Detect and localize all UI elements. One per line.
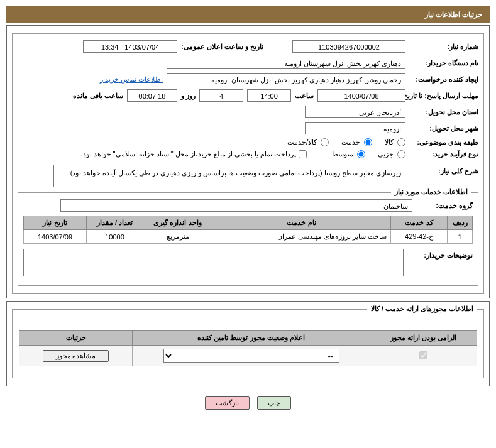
requester-label: ایجاد کننده درخواست: — [409, 75, 478, 84]
col-row: ردیف — [448, 216, 473, 230]
buyer-org-value: دهیاری کهریز بخش انزل شهرستان ارومیه — [167, 57, 405, 69]
requester-value: رحمان روشن کهریز دهیار دهیاری کهریز بخش … — [167, 73, 405, 85]
deadline-date-value: 1403/07/08 — [317, 89, 405, 102]
category-label: طبقه بندی موضوعی: — [409, 138, 478, 146]
radio-minor-label: جزیی — [378, 150, 394, 158]
lic-col-status: اعلام وضعیت مجوز توسط تامین کننده — [133, 331, 370, 346]
license-mandatory-checkbox — [419, 351, 427, 359]
buy-type-minor-radio[interactable]: جزیی — [378, 150, 405, 158]
license-row: -- مشاهده مجوز — [19, 346, 477, 366]
buyer-note-box — [23, 249, 404, 276]
buyer-note-label: توضیحات خریدار: — [410, 249, 473, 260]
remaining-time-value: 00:07:18 — [127, 89, 177, 102]
desc-value: زیرسازی معابر سطح روستا (پرداخت تمامی صو… — [53, 165, 405, 187]
need-number-value: 1103094267000002 — [292, 40, 405, 53]
lic-col-mandatory: الزامی بودن ارائه مجوز — [370, 331, 477, 346]
radio-medium-input[interactable] — [357, 150, 365, 158]
category-goods-service-radio[interactable]: کالا/خدمت — [287, 138, 329, 146]
province-value: آذربایجان غربی — [305, 106, 405, 118]
lic-mandatory-cell — [370, 346, 477, 366]
deadline-label: مهلت ارسال پاسخ: تا تاریخ: — [409, 92, 478, 99]
license-status-dropdown[interactable]: -- — [163, 349, 339, 363]
radio-goods-service-label: کالا/خدمت — [287, 138, 317, 146]
services-table: ردیف کد خدمت نام خدمت واحد اندازه گیری ت… — [23, 216, 473, 244]
time-word-label: ساعت — [295, 92, 314, 100]
table-row: 1 خ-42-429 ساخت سایر پروژه‌های مهندسی عم… — [24, 230, 473, 244]
remaining-label: ساعت باقی مانده — [73, 92, 123, 100]
col-date: تاریخ نیاز — [24, 216, 87, 230]
services-legend: اطلاعات خدمات مورد نیاز — [391, 188, 471, 196]
treasury-note: پرداخت تمام یا بخشی از مبلغ خرید،از محل … — [80, 150, 296, 158]
page-title-bar: جزئیات اطلاعات نیاز — [6, 6, 490, 23]
buyer-org-label: نام دستگاه خریدار: — [409, 59, 478, 67]
lic-col-details: جزئیات — [19, 331, 133, 346]
treasury-checkbox[interactable]: پرداخت تمام یا بخشی از مبلغ خرید،از محل … — [80, 150, 307, 158]
print-button[interactable]: چاپ — [257, 396, 291, 410]
radio-minor-input[interactable] — [397, 150, 405, 158]
treasury-checkbox-input[interactable] — [299, 150, 307, 158]
days-remaining-value: 4 — [199, 89, 243, 102]
cell-name: ساخت سایر پروژه‌های مهندسی عمران — [212, 230, 391, 244]
cell-unit: مترمربع — [143, 230, 212, 244]
radio-goods-service-input[interactable] — [321, 138, 329, 146]
license-legend: اطلاعات مجوزهای ارائه خدمت / کالا — [367, 305, 477, 313]
radio-service-label: خدمت — [341, 138, 360, 146]
cell-code: خ-42-429 — [391, 230, 448, 244]
days-and-label: روز و — [181, 92, 196, 100]
license-table: الزامی بودن ارائه مجوز اعلام وضعیت مجوز … — [19, 330, 477, 366]
province-label: استان محل تحویل: — [409, 108, 478, 116]
city-value: ارومیه — [305, 122, 405, 134]
main-panel: شماره نیاز: 1103094267000002 تاریخ و ساع… — [6, 25, 490, 298]
radio-medium-label: متوسط — [332, 150, 353, 158]
cell-row: 1 — [448, 230, 473, 244]
view-license-button[interactable]: مشاهده مجوز — [43, 350, 109, 362]
radio-goods-label: کالا — [385, 138, 394, 146]
col-name: نام خدمت — [212, 216, 391, 230]
radio-service-input[interactable] — [364, 138, 372, 146]
desc-label: شرح کلی نیاز: — [409, 165, 478, 175]
service-group-label: گروه خدمت: — [416, 202, 473, 210]
announce-datetime-label: تاریخ و ساعت اعلان عمومی: — [181, 43, 263, 51]
page-title: جزئیات اطلاعات نیاز — [425, 11, 482, 18]
lic-status-cell: -- — [133, 346, 370, 366]
radio-goods-input[interactable] — [397, 138, 405, 146]
col-unit: واحد اندازه گیری — [143, 216, 212, 230]
buyer-contact-link[interactable]: اطلاعات تماس خریدار — [100, 75, 163, 84]
col-qty: تعداد / مقدار — [87, 216, 143, 230]
buy-type-medium-radio[interactable]: متوسط — [332, 150, 365, 158]
service-group-value: ساختمان — [60, 199, 412, 212]
deadline-time-value: 14:00 — [247, 89, 291, 102]
announce-datetime-value: 1403/07/04 - 13:34 — [83, 40, 177, 53]
col-code: کد خدمت — [391, 216, 448, 230]
footer-buttons: چاپ بازگشت — [0, 389, 496, 417]
cell-date: 1403/07/09 — [24, 230, 87, 244]
lic-details-cell: مشاهده مجوز — [19, 346, 133, 366]
buy-type-label: نوع فرآیند خرید: — [409, 150, 478, 158]
category-service-radio[interactable]: خدمت — [341, 138, 372, 146]
city-label: شهر محل تحویل: — [409, 124, 478, 133]
cell-qty: 10000 — [87, 230, 143, 244]
back-button[interactable]: بازگشت — [205, 396, 250, 410]
category-goods-radio[interactable]: کالا — [385, 138, 405, 146]
need-number-label: شماره نیاز: — [409, 43, 478, 51]
license-panel: اطلاعات مجوزهای ارائه خدمت / کالا الزامی… — [6, 301, 490, 386]
